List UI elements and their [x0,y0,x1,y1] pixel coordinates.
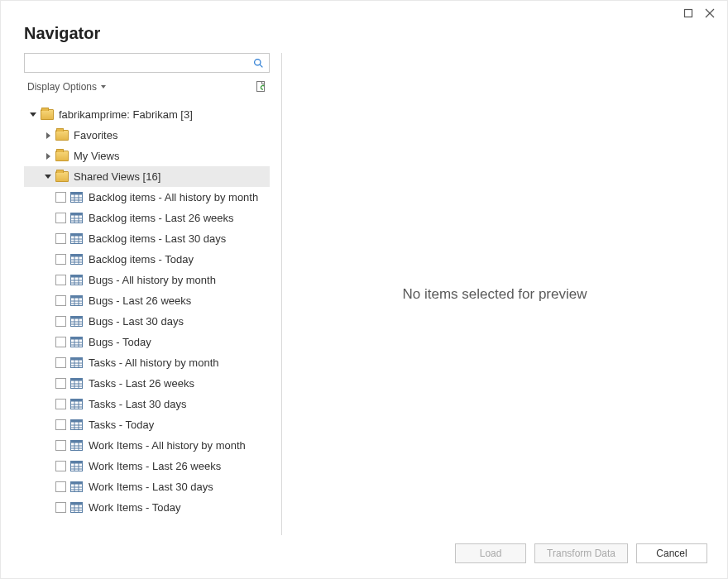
dialog-header: Navigator [1,24,727,53]
tree-leaf[interactable]: Tasks - Last 30 days [24,394,270,414]
expand-toggle[interactable] [27,109,39,121]
svg-rect-56 [71,358,83,361]
checkbox[interactable] [55,337,66,347]
tree-leaf[interactable]: Tasks - All history by month [24,352,270,373]
options-row: Display Options [24,78,270,96]
tree-root[interactable]: fabrikamprime: Fabrikam [3] [24,104,270,125]
tree-leaf[interactable]: Backlog items - Last 30 days [24,228,270,249]
checkbox[interactable] [55,275,66,285]
table-icon [70,440,83,451]
refresh-button[interactable] [253,79,270,95]
dialog-title: Navigator [24,24,707,43]
tree-leaf-label: Bugs - All history by month [89,274,216,286]
tree-leaf-label: Bugs - Last 26 weeks [89,294,191,307]
tree-leaf[interactable]: Bugs - All history by month [24,270,270,290]
window-maximize-button[interactable] [678,4,699,22]
tree-leaf-label: Backlog items - All history by month [89,191,258,203]
tree-node-label: Favorites [74,129,117,141]
table-icon [70,192,83,203]
checkbox[interactable] [55,357,66,368]
tree-leaf[interactable]: Work Items - Today [24,497,270,518]
table-icon [70,233,83,244]
checkbox[interactable] [55,213,66,223]
checkbox[interactable] [55,502,66,513]
preview-panel: No items selected for preview [282,53,707,535]
expand-toggle[interactable] [42,151,54,162]
folder-icon [55,151,69,161]
tree-node-sharedviews[interactable]: Shared Views [16] [24,166,270,187]
tree-leaf[interactable]: Backlog items - All history by month [24,187,270,208]
svg-rect-98 [71,503,83,505]
checkbox[interactable] [55,481,66,492]
table-icon [70,357,83,368]
tree-leaf-label: Backlog items - Last 30 days [89,232,226,245]
tree-leaf[interactable]: Work Items - Last 26 weeks [24,456,270,476]
display-options-dropdown[interactable]: Display Options [24,79,109,94]
tree-leaf[interactable]: Bugs - Last 30 days [24,311,270,332]
transform-data-button[interactable]: Transform Data [534,543,628,563]
svg-rect-62 [71,379,83,381]
search-box[interactable] [24,53,270,73]
checkbox[interactable] [55,461,66,471]
svg-rect-68 [71,400,83,402]
tree-leaf-label: Work Items - Last 26 weeks [89,460,221,472]
table-icon [70,316,83,327]
navigation-tree[interactable]: fabrikamprime: Fabrikam [3] Favorites My… [24,104,270,535]
checkbox[interactable] [55,378,66,389]
tree-node-favorites[interactable]: Favorites [24,125,270,146]
tree-leaf[interactable]: Work Items - Last 30 days [24,476,270,497]
navigator-dialog: Navigator Display Options [0,0,728,579]
tree-leaf-label: Tasks - Last 26 weeks [89,377,194,390]
checkbox[interactable] [55,254,66,265]
svg-rect-14 [71,213,83,216]
checkbox[interactable] [55,399,66,409]
tree-leaf[interactable]: Work Items - All history by month [24,435,270,456]
svg-rect-92 [71,482,83,485]
tree-node-label: Shared Views [16] [74,170,160,183]
tree-leaf-label: Backlog items - Today [89,253,194,266]
tree-leaf-label: Work Items - All history by month [89,439,246,452]
checkbox[interactable] [55,316,66,327]
folder-icon [41,109,54,120]
checkbox[interactable] [55,440,66,451]
tree-leaf[interactable]: Tasks - Today [24,414,270,435]
search-button[interactable] [247,54,269,72]
checkbox[interactable] [55,233,66,244]
svg-rect-8 [71,193,83,195]
tree-leaf-label: Work Items - Last 30 days [89,481,213,493]
tree-leaf[interactable]: Bugs - Today [24,332,270,352]
svg-rect-32 [71,275,83,278]
svg-rect-80 [71,441,83,443]
folder-icon [55,130,69,141]
search-icon [253,58,264,69]
svg-point-3 [254,59,260,65]
dialog-footer: Load Transform Data Cancel [1,535,727,578]
svg-rect-0 [685,10,692,17]
table-icon [70,378,83,389]
tree-leaf[interactable]: Backlog items - Today [24,249,270,270]
cancel-button[interactable]: Cancel [636,543,707,563]
expand-toggle[interactable] [42,171,54,183]
refresh-file-icon [255,80,268,93]
search-input[interactable] [25,54,247,72]
tree-leaf-label: Tasks - Today [89,419,154,431]
tree-leaf-label: Work Items - Today [89,501,181,514]
tree-leaf[interactable]: Tasks - Last 26 weeks [24,373,270,394]
tree-leaf[interactable]: Bugs - Last 26 weeks [24,290,270,311]
checkbox[interactable] [55,295,66,306]
tree-node-myviews[interactable]: My Views [24,146,270,166]
maximize-icon [683,8,693,18]
tree-node-label: My Views [74,150,119,162]
checkbox[interactable] [55,192,66,203]
tree-leaf-label: Bugs - Today [89,336,151,348]
table-icon [70,419,83,430]
window-close-button[interactable] [699,4,721,22]
close-icon [705,8,715,18]
left-panel: Display Options fabr [24,53,282,535]
load-button[interactable]: Load [455,543,526,563]
checkbox[interactable] [55,419,66,430]
expand-toggle[interactable] [42,130,54,141]
svg-rect-20 [71,234,83,237]
window-titlebar [1,1,727,24]
tree-leaf[interactable]: Backlog items - Last 26 weeks [24,208,270,228]
